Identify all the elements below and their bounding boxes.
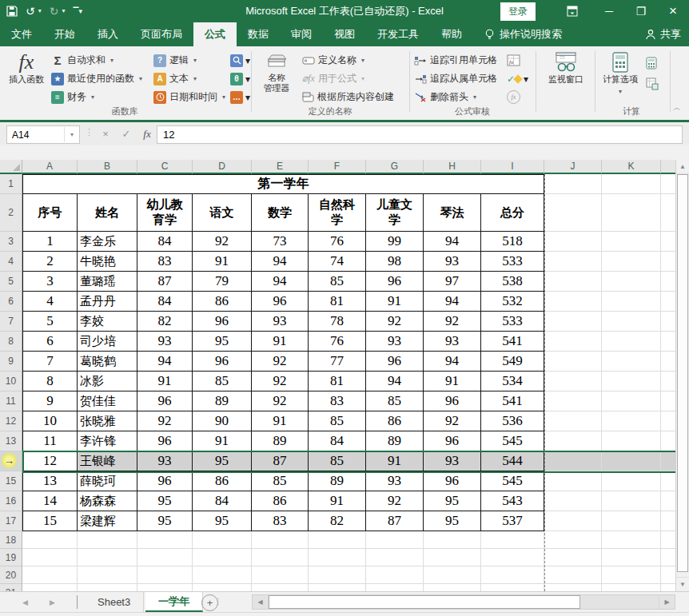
cell-J5[interactable] (544, 272, 602, 292)
cell-K7[interactable] (602, 312, 661, 332)
horizontal-scrollbar[interactable]: ◀ ▶ (252, 594, 675, 610)
formula-bar-splitter[interactable]: ⋮ (85, 127, 94, 137)
cell-F19[interactable] (309, 549, 366, 566)
cell-I6[interactable]: 532 (481, 292, 544, 312)
cell-partial[interactable] (661, 451, 675, 471)
cell-K17[interactable] (602, 511, 661, 531)
cell-H13[interactable]: 96 (424, 431, 481, 451)
row-header-8[interactable]: 8 (0, 332, 22, 352)
logical-button[interactable]: ? 逻辑▾ (153, 52, 197, 69)
cell-H11[interactable]: 96 (424, 391, 481, 411)
cell-K20[interactable] (602, 566, 661, 584)
scroll-left-icon[interactable]: ◀ (253, 595, 269, 609)
cell-K8[interactable] (602, 332, 661, 352)
cell-partial[interactable] (661, 312, 675, 332)
cell-A15[interactable]: 13 (22, 471, 78, 491)
tab-data[interactable]: 数据 (237, 22, 280, 46)
show-formulas-icon[interactable]: fx (507, 52, 526, 69)
tab-help[interactable]: 帮助 (430, 22, 473, 46)
cell-I20[interactable] (481, 566, 544, 584)
cell-E12[interactable]: 91 (252, 411, 309, 431)
cell-B3[interactable]: 李金乐 (78, 232, 137, 252)
name-box-dropdown-icon[interactable]: ▾ (64, 127, 79, 142)
cell-D15[interactable]: 86 (193, 471, 252, 491)
cell-A13[interactable]: 11 (22, 431, 78, 451)
cell-I16[interactable]: 543 (481, 491, 544, 511)
cell-J16[interactable] (544, 491, 602, 511)
cell-G10[interactable]: 94 (366, 372, 424, 391)
cell-C7[interactable]: 82 (137, 312, 193, 332)
cell-F7[interactable]: 78 (309, 312, 366, 332)
cell-A11[interactable]: 9 (22, 391, 78, 411)
cell-partial[interactable] (661, 272, 675, 292)
cell-D14[interactable]: 95 (193, 451, 252, 471)
cell-partial[interactable] (661, 372, 675, 391)
cell-H21[interactable] (424, 584, 481, 591)
cell-E20[interactable] (252, 566, 309, 584)
cell-G16[interactable]: 92 (366, 491, 424, 511)
cell-J4[interactable] (544, 252, 602, 272)
column-header-E[interactable]: E (252, 160, 309, 174)
cell-H17[interactable]: 95 (424, 511, 481, 531)
cell-partial[interactable] (661, 511, 675, 531)
row-header-21[interactable]: 21 (0, 584, 22, 591)
cell-K6[interactable] (602, 292, 661, 312)
cell-F21[interactable] (309, 584, 366, 591)
cell-B11[interactable]: 贺佳佳 (78, 391, 137, 411)
row-header-5[interactable]: 5 (0, 272, 22, 292)
cell-I12[interactable]: 536 (481, 411, 544, 431)
column-header-I[interactable]: I (481, 160, 544, 174)
cell-A8[interactable]: 6 (22, 332, 78, 352)
cell-A6[interactable]: 4 (22, 292, 78, 312)
cell-I5[interactable]: 538 (481, 272, 544, 292)
cell-D16[interactable]: 84 (193, 491, 252, 511)
cell-I14[interactable]: 544 (481, 451, 544, 471)
cell-F16[interactable]: 91 (309, 491, 366, 511)
prev-sheet-icon[interactable]: ◀ (22, 592, 28, 612)
cell-A18[interactable] (22, 531, 78, 549)
tab-insert[interactable]: 插入 (86, 22, 129, 46)
row-header-10[interactable]: 10 (0, 372, 22, 391)
calculate-now-icon[interactable] (646, 54, 662, 71)
cell-D5[interactable]: 79 (193, 272, 252, 292)
cell-F13[interactable]: 84 (309, 431, 366, 451)
cell-I17[interactable]: 537 (481, 511, 544, 531)
row-header-12[interactable]: 12 (0, 411, 22, 431)
cell-K14[interactable] (602, 451, 661, 471)
cell-E10[interactable]: 92 (252, 372, 309, 391)
cell-D21[interactable] (193, 584, 252, 591)
cell-G18[interactable] (366, 531, 424, 549)
trace-precedents-button[interactable]: 追踪引用单元格 (414, 52, 497, 69)
sheet-tab-sheet3[interactable]: Sheet3 (85, 592, 144, 612)
row-header-3[interactable]: 3 (0, 232, 22, 252)
row-header-18[interactable]: 18 (0, 531, 22, 549)
cell-E16[interactable]: 86 (252, 491, 309, 511)
cell-E6[interactable]: 96 (252, 292, 309, 312)
cell-G7[interactable]: 92 (366, 312, 424, 332)
cell-partial[interactable] (661, 531, 675, 549)
define-name-button[interactable]: 定义名称▾ (302, 52, 364, 69)
cell-partial[interactable] (661, 232, 675, 252)
cell-E21[interactable] (252, 584, 309, 591)
cell-J17[interactable] (544, 511, 602, 531)
cell-partial[interactable] (661, 491, 675, 511)
cell-K4[interactable] (602, 252, 661, 272)
cell-J2[interactable] (544, 194, 602, 232)
cell-C4[interactable]: 83 (137, 252, 193, 272)
column-header-H[interactable]: H (424, 160, 481, 174)
cell-H20[interactable] (424, 566, 481, 584)
scroll-right-icon[interactable]: ▶ (659, 595, 675, 609)
cell-H10[interactable]: 91 (424, 372, 481, 391)
cell-D19[interactable] (193, 549, 252, 566)
sign-in-button[interactable]: 登录 (500, 2, 536, 21)
scroll-down-icon[interactable]: ▼ (676, 577, 689, 591)
cell-E5[interactable]: 94 (252, 272, 309, 292)
more-functions-button[interactable]: …▾ (230, 89, 257, 105)
cell-J8[interactable] (544, 332, 602, 352)
cell-E15[interactable]: 85 (252, 471, 309, 491)
cell-partial[interactable] (661, 584, 675, 591)
maximize-button[interactable]: ❐ (625, 0, 657, 22)
cell-K16[interactable] (602, 491, 661, 511)
cell-A5[interactable]: 3 (22, 272, 78, 292)
cell-D10[interactable]: 85 (193, 372, 252, 391)
